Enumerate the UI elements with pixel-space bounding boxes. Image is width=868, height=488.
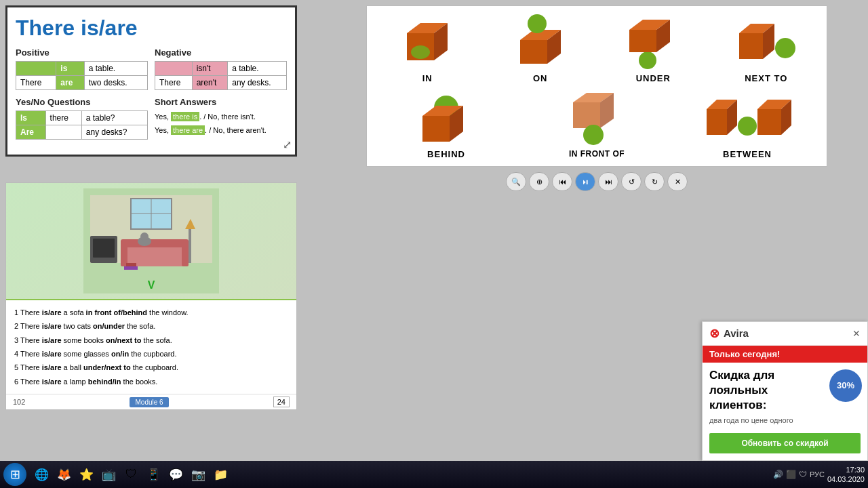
- prev-button[interactable]: ⏮: [552, 172, 572, 191]
- svg-marker-27: [629, 30, 656, 52]
- cell: [45, 125, 81, 140]
- prep-in-label: IN: [422, 73, 433, 83]
- yes-no-section: Yes/No Questions Is there a table? Are a…: [16, 97, 148, 140]
- sentence-6: 6 There is/are a lamp behind/in the book…: [14, 375, 288, 388]
- taskbar-firefox[interactable]: 🦊: [54, 464, 74, 485]
- taskbar-app4[interactable]: 💬: [165, 464, 186, 485]
- prep-behind-illustration: [412, 89, 480, 146]
- svg-point-14: [140, 232, 149, 241]
- svg-rect-9: [121, 243, 127, 266]
- cell: There: [155, 76, 193, 90]
- svg-marker-30: [739, 33, 763, 59]
- taskbar-app5[interactable]: 📷: [188, 464, 208, 485]
- tray-icon-3: 🛡: [799, 470, 807, 479]
- taskbar-app2[interactable]: 🛡: [121, 464, 141, 485]
- prep-under-illustration: [619, 13, 687, 70]
- svg-point-21: [411, 45, 430, 59]
- svg-marker-35: [422, 116, 450, 142]
- start-button[interactable]: ⊞: [3, 463, 26, 486]
- svg-point-45: [738, 117, 757, 136]
- svg-marker-22: [520, 40, 547, 64]
- avira-title: Avira: [724, 327, 749, 339]
- taskbar-app3[interactable]: 📱: [143, 464, 163, 485]
- positive-table: is a table. There are two desks.: [16, 61, 148, 90]
- taskbar-yandex[interactable]: ⭐: [76, 464, 96, 485]
- cell: are: [56, 76, 84, 90]
- taskbar-clock: 17:30 04.03.2020: [827, 465, 865, 485]
- prep-on-label: ON: [533, 73, 548, 83]
- prep-behind-label: BEHIND: [427, 149, 465, 159]
- avira-sub-text: два года по цене одного: [709, 416, 861, 424]
- svg-point-25: [528, 14, 547, 33]
- svg-rect-11: [189, 229, 191, 263]
- table-row: There aren't any desks.: [155, 76, 287, 90]
- cell: [155, 62, 193, 76]
- close-media-button[interactable]: ✕: [667, 172, 688, 191]
- zoom-button[interactable]: 🔍: [506, 172, 526, 191]
- room-scene: V: [83, 188, 219, 293]
- cell: a table.: [228, 62, 287, 76]
- prep-next-to-label: NEXT TO: [745, 73, 787, 83]
- prep-behind: BEHIND: [374, 89, 519, 159]
- avira-banner: Только сегодня!: [703, 346, 867, 363]
- page-number: 102: [13, 398, 25, 406]
- play-button[interactable]: ⏯: [575, 172, 595, 191]
- prep-next-to-illustration: [732, 13, 800, 70]
- yes-no-table: Is there a table? Are any desks?: [16, 110, 148, 140]
- grammar-card: There is/are Positive is a table. There: [5, 5, 297, 157]
- crosshair-button[interactable]: ⊕: [529, 172, 549, 191]
- prep-under: UNDER: [599, 13, 707, 83]
- highlight: there is: [171, 112, 199, 121]
- avira-header: ⊗ Avira ✕: [703, 322, 867, 346]
- undo-button[interactable]: ↺: [621, 172, 642, 191]
- system-tray: 🔊 ⬛ 🛡 РУС 17:30 04.03.2020: [773, 465, 865, 485]
- short-answer-2: Yes, there are. / No, there aren't.: [155, 124, 287, 138]
- taskbar-date: 04.03.2020: [827, 474, 865, 484]
- module-badge: Module 6: [130, 397, 168, 407]
- svg-marker-46: [757, 109, 781, 135]
- table-row: isn't a table.: [155, 62, 287, 76]
- negative-table: isn't a table. There aren't any desks.: [155, 61, 287, 90]
- svg-rect-6: [93, 239, 115, 258]
- prep-in-front-of-illustration: [556, 89, 637, 146]
- taskbar-folder[interactable]: 📁: [210, 464, 231, 485]
- prep-on: ON: [487, 13, 595, 83]
- taskbar-app1[interactable]: 📺: [98, 464, 119, 485]
- grammar-bottom-sections: Yes/No Questions Is there a table? Are a…: [16, 97, 287, 140]
- grammar-top-sections: Positive is a table. There are two desks…: [16, 47, 287, 90]
- cell: a table?: [81, 111, 147, 125]
- prep-in-illustration: [393, 13, 461, 70]
- taskbar-ie[interactable]: 🌐: [31, 464, 52, 485]
- avira-update-button[interactable]: Обновить со скидкой: [709, 433, 861, 453]
- tray-lang: РУС: [810, 470, 825, 479]
- cell: there: [45, 111, 81, 125]
- expand-button[interactable]: ⤢: [283, 138, 292, 151]
- prep-row-2: BEHIND IN FRONT OF: [374, 89, 820, 159]
- prep-in-front-of-label: IN FRONT OF: [569, 149, 625, 159]
- avira-close-button[interactable]: ✕: [852, 328, 861, 339]
- short-answers-text: Yes, there is. / No, there isn't. Yes, t…: [155, 110, 287, 138]
- prep-on-illustration: [507, 13, 574, 70]
- prep-next-to: NEXT TO: [713, 13, 821, 83]
- svg-rect-8: [121, 239, 189, 247]
- grammar-title: There is/are: [16, 16, 287, 41]
- avira-body: Скидка для лояльных клиентов: два года п…: [703, 363, 867, 430]
- prep-in-front-of: IN FRONT OF: [524, 89, 669, 159]
- svg-text:V: V: [148, 279, 155, 291]
- svg-marker-38: [573, 102, 600, 128]
- highlight: there are: [171, 125, 205, 135]
- svg-point-41: [583, 125, 604, 145]
- tray-icon-2: ⬛: [786, 470, 796, 479]
- next-button[interactable]: ⏭: [598, 172, 618, 191]
- svg-rect-16: [126, 263, 136, 266]
- room-illustration-container: V: [6, 183, 296, 300]
- left-panel: There is/are Positive is a table. There: [0, 0, 326, 461]
- redo-button[interactable]: ↻: [644, 172, 665, 191]
- cell: two desks.: [84, 76, 147, 90]
- avira-icon: ⊗: [709, 326, 719, 341]
- yes-no-label: Yes/No Questions: [16, 97, 148, 107]
- prep-in: IN: [374, 13, 481, 83]
- exercise-footer: 102 Module 6 24: [6, 394, 296, 409]
- cell: [16, 62, 56, 76]
- sentence-1: 1 There is/are a sofa in front of/behind…: [14, 306, 288, 319]
